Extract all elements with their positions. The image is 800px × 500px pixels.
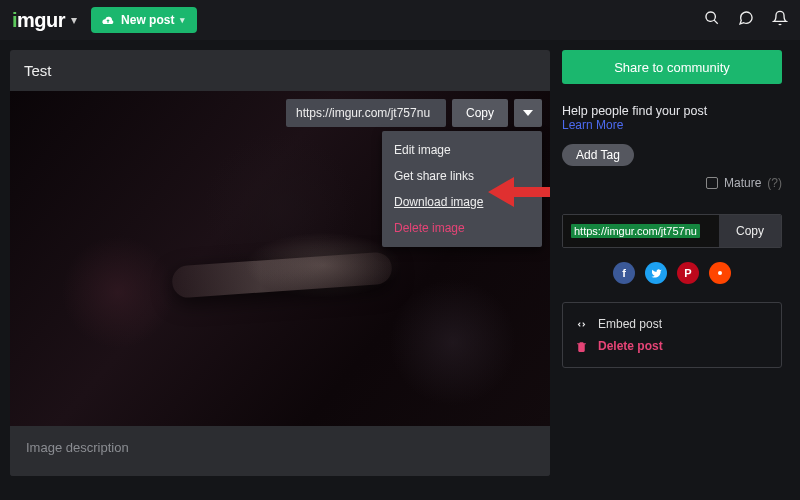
pinterest-share-icon[interactable]: P [677,262,699,284]
search-icon[interactable] [704,10,720,30]
share-community-button[interactable]: Share to community [562,50,782,84]
post-image[interactable]: Copy Edit image Get share links Download… [10,91,550,426]
help-title: Help people find your post [562,104,782,118]
new-post-button[interactable]: New post ▾ [91,7,197,33]
add-tag-button[interactable]: Add Tag [562,144,634,166]
mature-row: Mature (?) [562,176,782,190]
cloud-upload-icon [101,15,115,25]
post-box: Test Copy Edit image Get share links Dow… [10,50,550,476]
chevron-down-icon: ▾ [180,15,185,25]
menu-edit-image[interactable]: Edit image [382,137,542,163]
image-actions-menu: Edit image Get share links Download imag… [382,131,542,247]
mature-label[interactable]: Mature [724,176,761,190]
share-url-copy-button[interactable]: Copy [719,215,781,247]
image-description-input[interactable]: Image description [10,426,550,476]
copy-url-button[interactable]: Copy [452,99,508,127]
share-url-row: https://imgur.com/jt757nu Copy [562,214,782,248]
logo-chevron-icon[interactable]: ▾ [71,13,77,27]
twitter-share-icon[interactable] [645,262,667,284]
mature-checkbox[interactable] [706,177,718,189]
help-section: Help people find your post Learn More [562,104,782,132]
menu-download-image[interactable]: Download image [382,189,542,215]
share-url-field[interactable]: https://imgur.com/jt757nu [563,215,719,247]
post-tools-box: Embed post Delete post [562,302,782,368]
social-share-row: f P [562,262,782,284]
reddit-share-icon[interactable] [709,262,731,284]
share-url-text: https://imgur.com/jt757nu [571,224,700,238]
post-area: Test Copy Edit image Get share links Dow… [10,50,550,476]
embed-post-label: Embed post [598,317,662,331]
delete-post-label: Delete post [598,339,663,353]
bell-icon[interactable] [772,10,788,30]
embed-post-button[interactable]: Embed post [575,313,769,335]
logo[interactable]: imgur [12,9,65,32]
image-url-input[interactable] [286,99,446,127]
chat-icon[interactable] [738,10,754,30]
mature-help-icon[interactable]: (?) [767,176,782,190]
image-actions-dropdown-button[interactable] [514,99,542,127]
top-nav: imgur ▾ New post ▾ [0,0,800,40]
menu-delete-image[interactable]: Delete image [382,215,542,241]
main-content: Test Copy Edit image Get share links Dow… [0,40,800,486]
delete-post-button[interactable]: Delete post [575,335,769,357]
post-title[interactable]: Test [10,50,550,91]
facebook-share-icon[interactable]: f [613,262,635,284]
image-action-bar: Copy [286,99,542,127]
learn-more-link[interactable]: Learn More [562,118,782,132]
new-post-label: New post [121,13,174,27]
sidebar: Share to community Help people find your… [562,50,782,476]
menu-share-links[interactable]: Get share links [382,163,542,189]
svg-point-1 [718,271,722,275]
